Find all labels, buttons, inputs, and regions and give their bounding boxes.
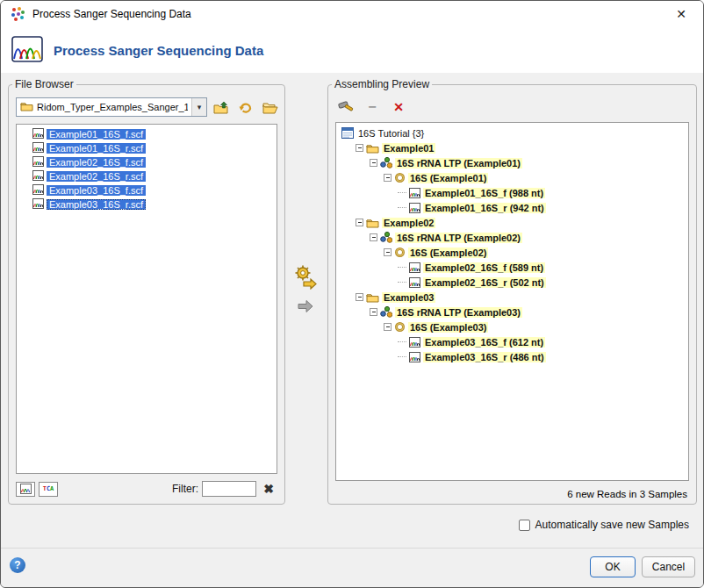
tree-node-read[interactable]: Example01_16S_r (942 nt) [338,200,686,215]
help-button[interactable]: ? [10,557,25,573]
assembling-preview-group: Assembling Preview − ✕ 16S Tutorial {3}E… [327,78,697,505]
tree-node-read[interactable]: Example03_16S_f (612 nt) [338,334,686,349]
file-browser-group: File Browser Ridom_Typer_Examples_Sanger… [8,78,285,505]
filter-input[interactable] [202,481,256,497]
tree-node-sample[interactable]: Example02 [338,215,686,230]
chromatogram-file-icon [32,156,44,169]
tree-node-label: 16S rRNA LTP (Example02) [395,233,522,243]
read-icon [409,352,420,362]
autosave-checkbox[interactable] [519,520,530,531]
file-list-item[interactable]: Example01_16S_r.scf [17,141,277,155]
tree-node-read[interactable]: Example01_16S_f (988 nt) [338,185,686,200]
filter-label: Filter: [172,483,198,495]
clear-filter-icon[interactable]: ✖ [260,482,277,496]
tree-node-sample[interactable]: Example01 [338,140,686,155]
delete-icon[interactable]: ✕ [390,98,407,116]
folder-icon [366,143,379,154]
tree-node-project[interactable]: 16S Tutorial {3} [338,125,686,140]
read-icon [409,262,420,273]
ltp-icon [380,157,392,169]
file-list-item[interactable]: Example03_16S_r.scf [17,197,277,212]
chromatogram-file-icon [32,142,44,154]
directory-combobox[interactable]: Ridom_Typer_Examples_Sanger_16S/ ▾ [16,97,207,117]
file-name: Example02_16S_r.scf [47,171,146,182]
transfer-arrow-button[interactable] [296,298,315,315]
tree-node-task-template[interactable]: 16S rRNA LTP (Example02) [338,230,686,245]
collapse-toggle-icon[interactable] [356,293,363,301]
window-title: Process Sanger Sequencing Data [32,8,666,20]
file-name: Example02_16S_f.scf [47,157,146,168]
open-folder-button[interactable] [259,97,281,117]
assembly-tree[interactable]: 16S Tutorial {3}Example0116S rRNA LTP (E… [335,122,689,481]
read-icon [409,277,420,288]
app-icon [10,6,25,22]
tree-node-locus[interactable]: 16S (Example01) [338,170,686,185]
locus-icon [394,321,406,333]
dialog-body: File Browser Ridom_Typer_Examples_Sanger… [1,73,703,587]
dialog-header: Process Sanger Sequencing Data [1,27,703,73]
cancel-button[interactable]: Cancel [642,556,695,577]
tree-node-sample[interactable]: Example03 [338,290,686,305]
sequence-letters-icon: TCA [43,485,54,492]
close-button[interactable]: ✕ [666,2,696,26]
remove-icon[interactable]: − [363,98,381,116]
file-list-item[interactable]: Example01_16S_f.scf [17,127,277,141]
title-bar: Process Sanger Sequencing Data ✕ [1,1,703,27]
sequence-text-filter-toggle[interactable]: TCA [39,482,58,497]
collapse-toggle-icon[interactable] [356,144,363,152]
collapse-toggle-icon[interactable] [370,308,377,316]
read-icon [409,188,420,198]
tree-node-label: Example03_16S_f (612 nt) [423,337,545,348]
autosave-option[interactable]: Automatically save new Samples [519,519,689,531]
collapse-toggle-icon[interactable] [356,219,363,226]
folder-icon [366,292,379,303]
chromatogram-file-icon [32,198,44,211]
tree-node-label: 16S rRNA LTP (Example01) [395,158,522,169]
file-browser-label: File Browser [12,78,76,90]
tree-node-task-template[interactable]: 16S rRNA LTP (Example01) [338,155,686,170]
collapse-toggle-icon[interactable] [384,323,392,331]
tree-node-task-template[interactable]: 16S rRNA LTP (Example03) [338,305,686,319]
folder-icon [366,218,379,228]
autosave-label: Automatically save new Samples [535,519,689,531]
tree-node-read[interactable]: Example02_16S_r (502 nt) [338,275,686,290]
tree-node-label: 16S Tutorial {3} [356,128,426,139]
edit-tool-icon[interactable] [337,98,355,116]
ltp-icon [380,232,392,243]
collapse-toggle-icon[interactable] [384,174,392,182]
tree-node-label: Example03 [382,292,435,303]
tree-node-locus[interactable]: 16S (Example03) [338,319,686,334]
tree-node-read[interactable]: Example03_16S_r (486 nt) [338,349,686,364]
ltp-icon [380,306,392,318]
tree-node-label: 16S (Example01) [408,173,488,183]
ok-button[interactable]: OK [590,556,636,577]
file-list-item[interactable]: Example03_16S_f.scf [17,183,277,197]
tree-node-label: Example01_16S_r (942 nt) [423,203,546,213]
chromatogram-header-icon [11,36,43,65]
status-text: 6 new Reads in 3 Samples [567,489,687,499]
process-selected-button[interactable] [291,262,319,290]
tree-node-locus[interactable]: 16S (Example02) [338,245,686,260]
chromatogram-filter-toggle[interactable] [16,482,35,497]
chromatogram-file-icon [32,170,44,183]
file-list-item[interactable]: Example02_16S_r.scf [17,169,277,183]
project-icon [341,127,354,139]
collapse-toggle-icon[interactable] [384,248,392,256]
tree-node-label: Example02 [382,218,435,228]
file-list-item[interactable]: Example02_16S_f.scf [17,155,277,169]
tree-node-label: Example02_16S_r (502 nt) [423,277,546,288]
tree-node-label: Example01_16S_f (988 nt) [423,188,545,198]
folder-up-button[interactable] [210,97,232,117]
read-icon [409,337,420,348]
collapse-toggle-icon[interactable] [370,159,377,167]
tree-node-read[interactable]: Example02_16S_f (589 nt) [338,260,686,275]
refresh-button[interactable] [234,97,256,117]
collapse-toggle-icon[interactable] [370,233,377,241]
file-browser-footer: TCA Filter: ✖ [16,480,277,498]
tree-node-label: 16S (Example03) [408,322,488,333]
file-list[interactable]: Example01_16S_f.scfExample01_16S_r.scfEx… [16,124,277,474]
tree-node-label: Example03_16S_r (486 nt) [423,352,546,362]
chevron-down-icon[interactable]: ▾ [191,98,206,116]
file-name: Example03_16S_r.scf [47,199,146,210]
tree-node-label: Example02_16S_f (589 nt) [423,262,545,273]
